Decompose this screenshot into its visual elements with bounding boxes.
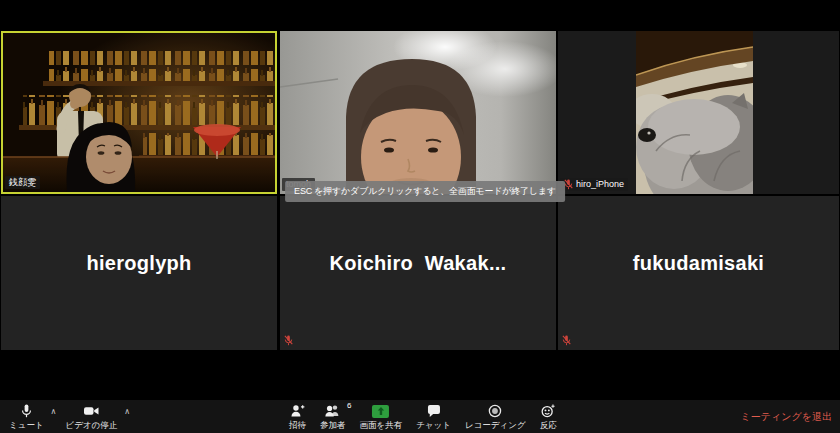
participants-button[interactable]: 6 参加者: [313, 400, 353, 433]
record-icon: [487, 403, 503, 419]
reactions-button[interactable]: 反応: [533, 400, 564, 433]
video-camera-icon: [83, 403, 100, 419]
participants-icon: [324, 403, 341, 419]
participants-label: 参加者: [320, 420, 346, 432]
participant-name-text: fukudamisaki: [558, 252, 839, 275]
video-options-chevron-up-icon[interactable]: ∧: [124, 400, 132, 433]
participant-name-label: hiro_iPhone: [560, 178, 628, 191]
microphone-icon: [19, 403, 34, 419]
reactions-icon: [540, 403, 556, 419]
participant-name-text: 銭顔雯: [9, 177, 36, 188]
video-tile-man-face[interactable]: tomoh: [280, 31, 556, 194]
video-tile-cat[interactable]: hiro_iPhone: [558, 31, 839, 194]
chat-label: チャット: [416, 420, 451, 432]
participants-count-badge: 6: [347, 401, 351, 410]
share-screen-icon: [372, 405, 389, 418]
muted-mic-icon: [284, 335, 293, 346]
leave-meeting-button[interactable]: ミーティングを退出: [741, 400, 832, 433]
invite-person-icon: [289, 403, 305, 419]
participant-name-text: Koichiro Wakak...: [280, 252, 556, 275]
participant-name-label: 銭顔雯: [5, 176, 40, 189]
chat-bubble-icon: [426, 403, 442, 419]
participant-name-text: hiro_iPhone: [576, 179, 624, 190]
mute-label: ミュート: [9, 420, 44, 432]
toolbar-left-group: ミュート ∧ ビデオの停止 ∧: [2, 400, 132, 433]
video-tile-fukudamisaki[interactable]: fukudamisaki: [558, 196, 839, 350]
share-screen-button[interactable]: 画面を共有: [352, 400, 409, 433]
video-tile-hieroglyph[interactable]: hieroglyph: [1, 196, 277, 350]
mute-options-chevron-up-icon[interactable]: ∧: [51, 400, 59, 433]
reactions-label: 反応: [540, 420, 557, 432]
stop-video-label: ビデオの停止: [65, 420, 117, 432]
invite-label: 招待: [289, 420, 306, 432]
muted-mic-icon: [562, 335, 571, 346]
participant-name-text: hieroglyph: [1, 252, 277, 275]
share-screen-label: 画面を共有: [359, 420, 402, 432]
cat-video-frame: [636, 31, 753, 194]
meeting-toolbar: ミュート ∧ ビデオの停止 ∧: [0, 400, 840, 433]
stop-video-button[interactable]: ビデオの停止: [58, 400, 124, 433]
video-tile-koichiro[interactable]: Koichiro Wakak...: [280, 196, 556, 350]
fullscreen-exit-tooltip: ESC を押すかダブルクリックすると、全画面モードが終了します: [285, 181, 565, 202]
invite-button[interactable]: 招待: [282, 400, 313, 433]
bar-video-frame: [3, 33, 275, 192]
mute-button[interactable]: ミュート: [2, 400, 51, 433]
man-video-frame: [280, 31, 556, 194]
zoom-meeting-window: 銭顔雯: [0, 0, 840, 433]
chat-button[interactable]: チャット: [409, 400, 458, 433]
record-button[interactable]: レコーディング: [458, 400, 533, 433]
toolbar-center-group: 招待 6 参加者: [282, 400, 564, 433]
video-tile-bar-scene[interactable]: 銭顔雯: [1, 31, 277, 194]
record-label: レコーディング: [465, 420, 526, 432]
muted-mic-icon: [564, 179, 573, 190]
